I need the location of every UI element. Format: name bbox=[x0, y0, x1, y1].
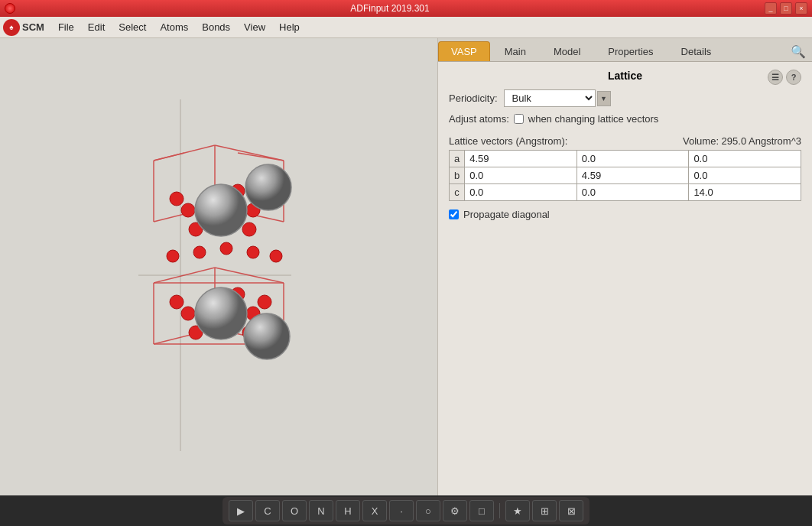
toolbar-star-button[interactable]: ★ bbox=[505, 500, 530, 521]
cell-b-x[interactable] bbox=[465, 167, 577, 184]
scm-icon: ♠ bbox=[3, 19, 20, 36]
svg-point-46 bbox=[195, 287, 247, 339]
toolbar-square-button[interactable]: □ bbox=[469, 500, 494, 521]
tab-main[interactable]: Main bbox=[492, 41, 539, 61]
row-label-a: a bbox=[450, 151, 465, 167]
svg-point-35 bbox=[247, 246, 259, 258]
periodicity-dropdown-arrow[interactable]: ▼ bbox=[597, 91, 611, 106]
input-c-y[interactable] bbox=[582, 187, 684, 198]
cell-c-z[interactable] bbox=[689, 184, 801, 201]
input-b-x[interactable] bbox=[469, 170, 572, 181]
menu-file[interactable]: File bbox=[52, 19, 80, 35]
window-maximize-button[interactable]: □ bbox=[780, 2, 792, 15]
menu-bonds[interactable]: Bonds bbox=[196, 19, 236, 35]
cell-c-x[interactable] bbox=[465, 184, 577, 201]
bottom-toolbar: ▶ C O N H X · ○ ⚙ □ ★ ⊞ ⊠ bbox=[0, 495, 812, 526]
lattice-header: Lattice vectors (Angstrom): Volume: 295.… bbox=[449, 135, 801, 147]
tab-bar: VASP Main Model Properties Details 🔍 bbox=[438, 38, 812, 62]
input-c-z[interactable] bbox=[693, 187, 796, 198]
input-c-x[interactable] bbox=[469, 187, 572, 198]
svg-point-33 bbox=[193, 246, 206, 258]
svg-point-34 bbox=[220, 242, 232, 255]
adjust-atoms-row: Adjust atoms: when changing lattice vect… bbox=[449, 113, 801, 125]
svg-point-45 bbox=[170, 295, 184, 309]
svg-point-29 bbox=[170, 192, 184, 206]
cell-c-y[interactable] bbox=[577, 184, 689, 201]
svg-point-30 bbox=[195, 184, 247, 236]
svg-point-32 bbox=[167, 250, 179, 262]
main-content: VASP Main Model Properties Details 🔍 Lat… bbox=[0, 38, 812, 495]
lattice-section: Lattice vectors (Angstrom): Volume: 295.… bbox=[449, 135, 801, 201]
input-b-y[interactable] bbox=[582, 170, 684, 181]
toolbar-x2-button[interactable]: ⊠ bbox=[559, 500, 583, 521]
scm-icon-symbol: ♠ bbox=[9, 23, 13, 31]
menu-bar: ♠ SCM File Edit Select Atoms Bonds View … bbox=[0, 17, 812, 38]
menu-edit[interactable]: Edit bbox=[82, 19, 111, 35]
menu-view[interactable]: View bbox=[238, 19, 271, 35]
menu-help[interactable]: Help bbox=[273, 19, 306, 35]
periodicity-select[interactable]: Bulk Slab Wire Molecule bbox=[504, 89, 596, 107]
propagate-checkbox[interactable] bbox=[449, 209, 459, 219]
scm-text: SCM bbox=[22, 21, 44, 33]
toolbar-h-button[interactable]: H bbox=[336, 500, 360, 521]
lattice-table: a b c bbox=[449, 150, 801, 201]
toolbar-dot-button[interactable]: · bbox=[389, 500, 414, 521]
panel-title: Lattice ☰ ? bbox=[449, 70, 801, 82]
tab-properties[interactable]: Properties bbox=[595, 41, 666, 61]
scm-logo: ♠ SCM bbox=[3, 19, 44, 36]
volume-text: Volume: 295.0 Angstrom^3 bbox=[683, 135, 801, 147]
window-title: ADFinput 2019.301 bbox=[350, 3, 429, 14]
adjust-atoms-label: Adjust atoms: bbox=[449, 113, 509, 125]
tab-model[interactable]: Model bbox=[541, 41, 593, 61]
input-a-y[interactable] bbox=[582, 153, 684, 164]
tab-vasp[interactable]: VASP bbox=[438, 41, 490, 61]
cell-b-z[interactable] bbox=[689, 167, 801, 184]
lattice-vectors-label: Lattice vectors (Angstrom): bbox=[449, 135, 567, 147]
window-close-x-button[interactable]: × bbox=[795, 2, 807, 15]
menu-select[interactable]: Select bbox=[112, 19, 152, 35]
panel-help-icon[interactable]: ? bbox=[786, 70, 801, 85]
menu-atoms[interactable]: Atoms bbox=[154, 19, 194, 35]
toolbar-grid-button[interactable]: ⊞ bbox=[532, 500, 557, 521]
toolbar-play-button[interactable]: ▶ bbox=[229, 500, 253, 521]
tab-details[interactable]: Details bbox=[668, 41, 725, 61]
input-a-z[interactable] bbox=[693, 153, 796, 164]
title-bar-controls: _ □ × bbox=[765, 2, 807, 15]
svg-rect-0 bbox=[1, 38, 437, 495]
cell-a-x[interactable] bbox=[465, 151, 577, 167]
toolbar-separator-1 bbox=[499, 503, 500, 518]
toolbar-n-button[interactable]: N bbox=[309, 500, 333, 521]
periodicity-select-wrapper: Bulk Slab Wire Molecule ▼ bbox=[504, 89, 611, 107]
cell-a-z[interactable] bbox=[689, 151, 801, 167]
adjust-atoms-checkbox[interactable] bbox=[514, 114, 524, 124]
periodicity-label: Periodicity: bbox=[449, 93, 498, 104]
toolbar-o-button[interactable]: O bbox=[282, 500, 307, 521]
search-icon[interactable]: 🔍 bbox=[789, 42, 807, 60]
row-label-c: c bbox=[450, 184, 465, 201]
svg-point-47 bbox=[244, 313, 290, 359]
toolbar-x-button[interactable]: X bbox=[362, 500, 387, 521]
toolbar-c-button[interactable]: C bbox=[255, 500, 280, 521]
toolbar-gear-button[interactable]: ⚙ bbox=[443, 500, 467, 521]
input-a-x[interactable] bbox=[469, 153, 572, 164]
right-panel: VASP Main Model Properties Details 🔍 Lat… bbox=[437, 38, 812, 495]
panel-menu-icon[interactable]: ☰ bbox=[768, 70, 783, 85]
toolbar-circle-button[interactable]: ○ bbox=[416, 500, 440, 521]
svg-point-26 bbox=[242, 222, 256, 236]
panel-content: Lattice ☰ ? Periodicity: Bulk Slab Wire … bbox=[438, 62, 812, 495]
propagate-row: Propagate diagonal bbox=[449, 209, 801, 220]
svg-point-31 bbox=[245, 164, 291, 210]
cell-b-y[interactable] bbox=[577, 167, 689, 184]
row-label-b: b bbox=[450, 167, 465, 184]
propagate-label: Propagate diagonal bbox=[463, 209, 550, 220]
table-row-c: c bbox=[450, 184, 801, 201]
svg-point-21 bbox=[181, 203, 195, 217]
cell-a-y[interactable] bbox=[577, 151, 689, 167]
input-b-z[interactable] bbox=[693, 170, 796, 181]
table-row-a: a bbox=[450, 151, 801, 167]
panel-title-icons: ☰ ? bbox=[768, 70, 801, 85]
title-bar-left bbox=[5, 3, 15, 14]
window-minimize-button[interactable]: _ bbox=[765, 2, 777, 15]
window-close-button[interactable] bbox=[5, 3, 15, 14]
viewport bbox=[0, 38, 437, 495]
